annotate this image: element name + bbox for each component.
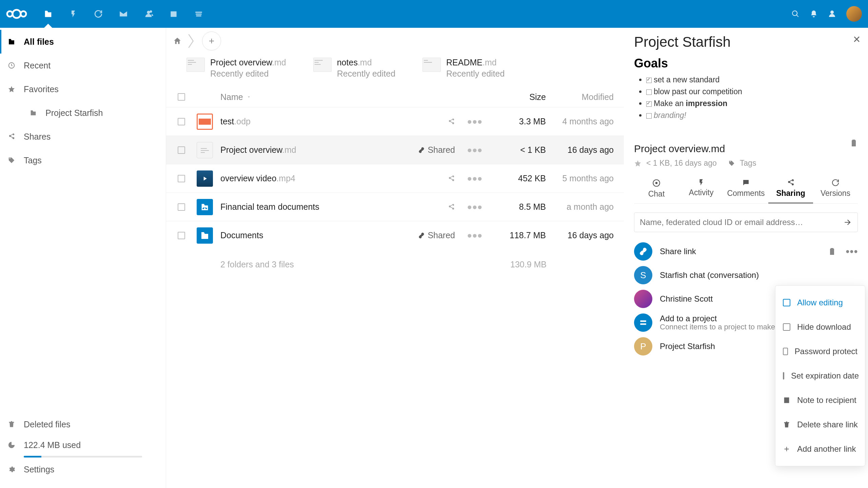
svg-point-2 bbox=[21, 11, 26, 17]
recent-sub: Recently edited bbox=[446, 69, 505, 79]
col-size[interactable]: Size bbox=[492, 92, 546, 102]
file-size: 118.7 MB bbox=[492, 230, 546, 240]
sidebar-favorite-folder[interactable]: Project Starfish bbox=[0, 101, 166, 125]
arrow-right-icon[interactable] bbox=[843, 218, 852, 227]
recent-sub: Recently edited bbox=[337, 69, 395, 79]
share-icon[interactable] bbox=[448, 203, 455, 211]
menu-password-protect[interactable]: Password protect bbox=[775, 339, 865, 364]
row-checkbox[interactable] bbox=[178, 175, 185, 182]
close-icon[interactable]: ✕ bbox=[853, 34, 861, 45]
file-name: Documents bbox=[220, 230, 410, 240]
nav-files-icon[interactable] bbox=[38, 4, 58, 24]
row-actions-icon[interactable]: ●●● bbox=[458, 174, 492, 183]
nav-talk-icon[interactable] bbox=[88, 4, 108, 24]
folder-shared-icon bbox=[197, 199, 213, 215]
row-checkbox[interactable] bbox=[178, 118, 185, 125]
nextcloud-logo[interactable] bbox=[6, 8, 27, 20]
menu-expiration[interactable]: Set expiration date bbox=[775, 364, 865, 388]
tab-sharing[interactable]: Sharing bbox=[768, 176, 813, 203]
row-checkbox[interactable] bbox=[178, 232, 185, 239]
recent-sub: Recently edited bbox=[210, 69, 286, 79]
recent-name: Project overview.md bbox=[210, 58, 286, 67]
file-row[interactable]: test.odp ●●● 3.3 MB 4 months ago bbox=[166, 107, 624, 136]
select-all-checkbox[interactable] bbox=[178, 93, 185, 101]
more-icon[interactable]: ●●● bbox=[846, 247, 858, 256]
menu-add-link[interactable]: Add another link bbox=[775, 437, 865, 461]
sort-icon[interactable] bbox=[246, 95, 251, 99]
recent-name: README.md bbox=[446, 58, 505, 67]
sidebar-settings[interactable]: Settings bbox=[0, 458, 166, 481]
checkbox-icon[interactable] bbox=[646, 89, 652, 95]
nav-deck-icon[interactable] bbox=[189, 4, 209, 24]
recent-files-row: ▬▬▬▬▬▬▬▬▬Project overview.mdRecently edi… bbox=[166, 54, 624, 87]
row-actions-icon[interactable]: ●●● bbox=[458, 117, 492, 126]
menu-allow-editing[interactable]: Allow editing bbox=[775, 290, 865, 315]
main-content: ▬▬▬▬▬▬▬▬▬Project overview.mdRecently edi… bbox=[166, 28, 624, 488]
sidebar-item-label: Recent bbox=[24, 61, 51, 70]
share-link-row: Share link ●●● bbox=[634, 240, 858, 263]
sidebar-deleted[interactable]: Deleted files bbox=[0, 412, 166, 436]
nav-contacts-icon[interactable] bbox=[138, 4, 159, 24]
new-button[interactable] bbox=[202, 32, 221, 50]
file-name: Financial team documents bbox=[220, 202, 410, 212]
nav-calendar-icon[interactable] bbox=[163, 4, 184, 24]
menu-hide-download[interactable]: Hide download bbox=[775, 315, 865, 339]
sidebar-item-label: Deleted files bbox=[24, 420, 71, 429]
clipboard-icon[interactable] bbox=[828, 247, 836, 256]
recent-file[interactable]: ▬▬▬▬▬▬README.mdRecently edited bbox=[422, 58, 505, 79]
file-modified: a month ago bbox=[546, 202, 614, 212]
file-table: Name Size Modified test.odp ●●● 3.3 MB 4… bbox=[166, 87, 624, 269]
menu-delete-link[interactable]: Delete share link bbox=[775, 412, 865, 437]
row-actions-icon[interactable]: ●●● bbox=[458, 145, 492, 155]
row-actions-icon[interactable]: ●●● bbox=[458, 202, 492, 212]
app-header bbox=[0, 0, 868, 28]
col-modified[interactable]: Modified bbox=[546, 92, 614, 102]
sidebar-favorites[interactable]: Favorites bbox=[0, 77, 166, 101]
project-icon bbox=[634, 313, 652, 332]
file-modified: 5 months ago bbox=[546, 174, 614, 183]
tab-chat[interactable]: Chat bbox=[634, 176, 679, 203]
share-input[interactable] bbox=[640, 218, 843, 227]
notifications-icon[interactable] bbox=[810, 10, 818, 18]
tab-comments[interactable]: Comments bbox=[724, 176, 768, 203]
nav-activity-icon[interactable] bbox=[63, 4, 83, 24]
file-size: 3.3 MB bbox=[492, 117, 546, 126]
clipboard-icon[interactable] bbox=[850, 139, 858, 147]
row-checkbox[interactable] bbox=[178, 146, 185, 154]
checkbox-icon[interactable] bbox=[646, 101, 652, 107]
row-checkbox[interactable] bbox=[178, 203, 185, 211]
recent-file[interactable]: ▬▬▬▬▬▬▬▬▬notes.mdRecently edited bbox=[313, 58, 395, 79]
file-row[interactable]: Financial team documents ●●● 8.5 MB a mo… bbox=[166, 192, 624, 221]
recent-file[interactable]: ▬▬▬▬▬▬▬▬▬Project overview.mdRecently edi… bbox=[186, 58, 286, 79]
sidebar-shares[interactable]: Shares bbox=[0, 125, 166, 148]
sidebar-tags[interactable]: Tags bbox=[0, 148, 166, 172]
svg-point-1 bbox=[13, 10, 21, 18]
home-icon[interactable] bbox=[173, 37, 182, 45]
search-icon[interactable] bbox=[791, 10, 800, 18]
sidebar-footer: Deleted files 122.4 MB used Settings bbox=[0, 412, 166, 488]
contacts-menu-icon[interactable] bbox=[828, 10, 836, 18]
sidebar: All files Recent Favorites Project Starf… bbox=[0, 28, 166, 488]
tab-versions[interactable]: Versions bbox=[813, 176, 858, 203]
share-avatar: S bbox=[634, 266, 652, 284]
menu-note[interactable]: Note to recipient bbox=[775, 388, 865, 412]
checkbox-icon[interactable] bbox=[646, 113, 652, 119]
breadcrumb bbox=[166, 28, 624, 54]
file-row[interactable]: overview video.mp4 ●●● 452 KB 5 months a… bbox=[166, 164, 624, 192]
tab-activity[interactable]: Activity bbox=[679, 176, 724, 203]
star-icon[interactable] bbox=[634, 160, 642, 167]
panel-tabs: Chat Activity Comments Sharing Versions bbox=[634, 176, 858, 204]
nav-mail-icon[interactable] bbox=[113, 4, 134, 24]
checkbox-icon[interactable] bbox=[646, 78, 652, 83]
file-row[interactable]: ▬▬▬▬▬▬▬▬▬ Project overview.md Shared ●●●… bbox=[166, 136, 624, 164]
share-icon[interactable] bbox=[448, 175, 455, 182]
tag-icon[interactable] bbox=[728, 160, 735, 167]
sidebar-all-files[interactable]: All files bbox=[0, 30, 166, 54]
col-name[interactable]: Name bbox=[220, 92, 243, 102]
row-actions-icon[interactable]: ●●● bbox=[458, 230, 492, 240]
sidebar-recent[interactable]: Recent bbox=[0, 54, 166, 77]
sidebar-item-label: Settings bbox=[24, 465, 54, 474]
file-row[interactable]: Documents Shared ●●● 118.7 MB 16 days ag… bbox=[166, 221, 624, 249]
share-icon[interactable] bbox=[448, 118, 455, 125]
user-avatar[interactable] bbox=[846, 6, 862, 22]
